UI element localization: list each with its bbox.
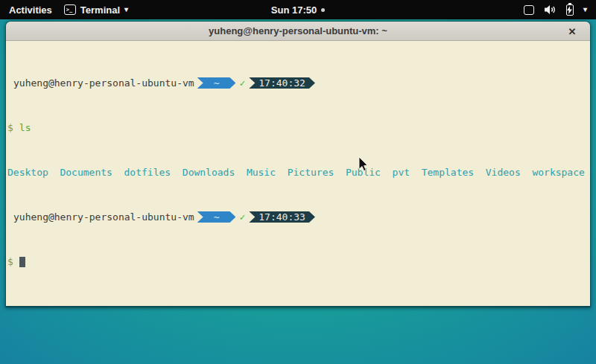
terminal-cursor [19, 257, 25, 267]
prompt-time-segment: 17:40:33 [249, 211, 315, 223]
top-bar: Activities >_ Terminal ▾ Sun 17:50 ▾ [0, 0, 596, 19]
prompt-cwd-segment: ~ [197, 211, 236, 223]
prompt-status-check-icon: ✓ [239, 77, 245, 89]
ls-output-line: Desktop Documents dotfiles Downloads Mus… [7, 167, 589, 178]
window-title: yuheng@henry-personal-ubuntu-vm: ~ [6, 25, 590, 36]
prompt-symbol: $ [7, 122, 13, 133]
battery-charging-icon [566, 4, 574, 16]
prompt-cwd-segment: ~ [197, 77, 236, 89]
notification-dot-icon [321, 8, 325, 12]
terminal-screen[interactable]: yuheng@henry-personal-ubuntu-vm ~ ✓ 17:4… [6, 41, 590, 306]
chevron-down-icon: ▾ [583, 6, 587, 13]
app-menu-label: Terminal [80, 4, 120, 16]
activities-button[interactable]: Activities [7, 4, 54, 16]
terminal-window: yuheng@henry-personal-ubuntu-vm: ~ ✕ yuh… [5, 21, 591, 307]
prompt-symbol: $ [7, 256, 13, 267]
terminal-app-icon: >_ [64, 4, 76, 15]
close-icon[interactable]: ✕ [565, 22, 580, 41]
prompt-status-check-icon: ✓ [239, 211, 245, 223]
prompt-user-host: yuheng@henry-personal-ubuntu-vm [7, 211, 194, 223]
screen-icon [524, 5, 534, 15]
chevron-down-icon: ▾ [124, 6, 128, 13]
command-line: $ ls [7, 122, 589, 133]
command-text: ls [19, 122, 31, 133]
input-line[interactable]: $ [7, 256, 589, 267]
system-status-area[interactable]: ▾ [524, 4, 596, 16]
volume-icon [544, 4, 557, 15]
mouse-cursor-icon [358, 157, 369, 172]
prompt-line: yuheng@henry-personal-ubuntu-vm ~ ✓ 17:4… [7, 77, 589, 89]
window-titlebar[interactable]: yuheng@henry-personal-ubuntu-vm: ~ ✕ [6, 22, 590, 41]
app-menu-terminal[interactable]: >_ Terminal ▾ [64, 4, 128, 16]
prompt-time-segment: 17:40:32 [249, 77, 315, 89]
prompt-line: yuheng@henry-personal-ubuntu-vm ~ ✓ 17:4… [7, 211, 589, 223]
clock[interactable]: Sun 17:50 [271, 4, 317, 16]
prompt-user-host: yuheng@henry-personal-ubuntu-vm [7, 77, 194, 89]
